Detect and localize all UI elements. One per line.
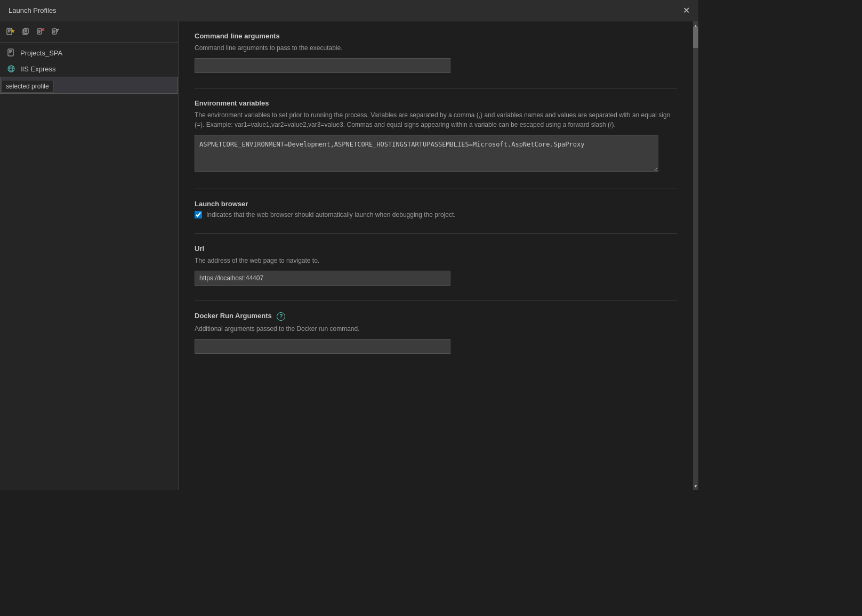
env-vars-desc: The environment variables to set prior t…: [195, 110, 677, 129]
docker-run-args-section: Docker Run Arguments ? Additional argume…: [195, 312, 677, 354]
svg-marker-4: [11, 29, 15, 33]
move-up-icon: [51, 28, 60, 36]
divider-3: [195, 233, 677, 234]
add-profile-button[interactable]: [4, 26, 17, 38]
url-title: Url: [195, 245, 677, 253]
url-desc: The address of the web page to navigate …: [195, 256, 677, 265]
launch-browser-title: Launch browser: [195, 200, 677, 208]
command-line-args-section: Command line arguments Command line argu…: [195, 32, 677, 73]
add-profile-icon: [6, 28, 15, 36]
copy-profile-icon: [21, 28, 30, 36]
launch-browser-row: Indicates that the web browser should au…: [195, 211, 677, 218]
profile-item-projects-spa[interactable]: Projects_SPA: [0, 45, 178, 61]
docker-run-args-input[interactable]: [195, 339, 450, 354]
url-input[interactable]: [195, 271, 450, 286]
svg-rect-33: [12, 82, 13, 84]
divider-2: [195, 189, 677, 189]
right-scrollbar[interactable]: ▲ ▼: [693, 21, 698, 490]
divider-4: [195, 301, 677, 301]
page-icon-svg: [7, 48, 15, 57]
content-area[interactable]: Command line arguments Command line argu…: [179, 21, 693, 490]
svg-rect-31: [12, 83, 13, 85]
launch-browser-section: Launch browser Indicates that the web br…: [195, 200, 677, 218]
globe-icon-svg: [7, 64, 15, 73]
profile-list: Projects_SPA IIS Express: [0, 43, 178, 490]
scroll-down-arrow[interactable]: ▼: [693, 482, 698, 490]
copy-profile-button[interactable]: [19, 26, 32, 38]
env-vars-title: Environment variables: [195, 99, 677, 107]
close-button[interactable]: ✕: [683, 6, 690, 15]
docker-run-args-title: Docker Run Arguments ?: [195, 312, 677, 321]
toolbar: [0, 21, 178, 43]
command-line-args-title: Command line arguments: [195, 32, 677, 40]
svg-rect-32: [10, 82, 11, 84]
env-vars-input[interactable]: ASPNETCORE_ENVIRONMENT=Development,ASPNE…: [195, 135, 658, 172]
docker-icon: [7, 80, 17, 90]
divider-1: [195, 88, 677, 88]
sidebar: selected profile Projects_SPA: [0, 21, 179, 490]
url-section: Url The address of the web page to navig…: [195, 245, 677, 286]
profile-label-docker: Docker: [21, 82, 43, 90]
profile-item-iis-express[interactable]: IIS Express: [0, 61, 178, 77]
profile-item-docker[interactable]: Docker: [0, 77, 178, 94]
globe-icon: [6, 64, 16, 74]
window-title: Launch Profiles: [9, 6, 57, 14]
page-icon: [6, 48, 16, 58]
command-line-args-desc: Command line arguments to pass to the ex…: [195, 43, 677, 53]
remove-profile-button[interactable]: [34, 26, 47, 38]
profile-label-iis-express: IIS Express: [20, 65, 55, 73]
svg-rect-30: [10, 83, 11, 85]
scroll-thumb[interactable]: [693, 27, 698, 48]
launch-browser-checkbox[interactable]: [195, 211, 202, 218]
docker-run-args-desc: Additional arguments passed to the Docke…: [195, 324, 677, 334]
move-up-button[interactable]: [49, 26, 62, 38]
env-vars-section: Environment variables The environment va…: [195, 99, 677, 174]
title-bar: Launch Profiles ✕: [0, 0, 698, 21]
svg-rect-0: [7, 28, 12, 35]
command-line-args-input[interactable]: [195, 58, 450, 73]
svg-rect-29: [8, 83, 10, 85]
main-layout: selected profile Projects_SPA: [0, 21, 698, 490]
launch-browser-desc: Indicates that the web browser should au…: [206, 211, 456, 218]
docker-icon-svg: [7, 80, 17, 90]
docker-run-args-help-icon[interactable]: ?: [277, 312, 285, 321]
profile-label-projects-spa: Projects_SPA: [20, 49, 62, 57]
remove-profile-icon: [36, 28, 45, 36]
